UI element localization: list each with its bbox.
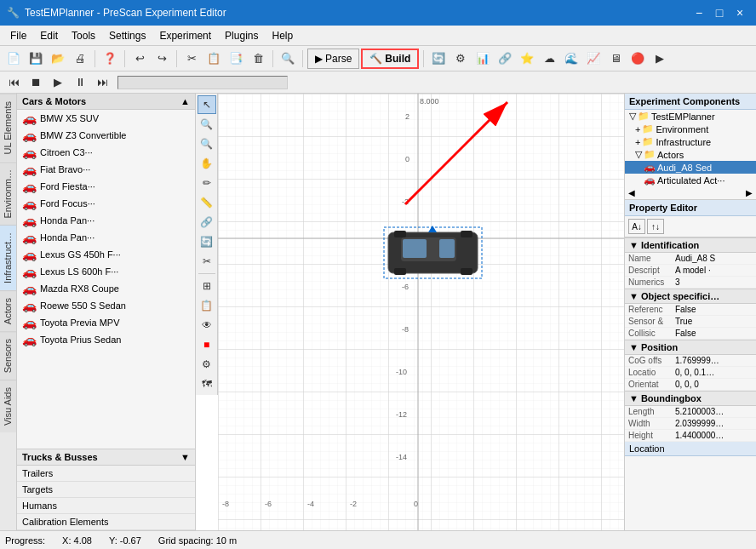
grid-tool[interactable]: ⊞ [198,277,216,295]
prop-tool[interactable]: ⚙ [198,355,216,374]
progress-slider[interactable] [117,76,288,89]
menu-tools[interactable]: Tools [65,28,102,43]
list-item[interactable]: 🚗 Toyota Prius Sedan [17,331,195,348]
list-item[interactable]: 🚗 BMW Z3 Convertible [17,127,195,144]
tab-infrastructure[interactable]: Infrastruct… [0,225,16,290]
tree-item-root[interactable]: ▽ 📁 TestEMPlanner [625,110,756,123]
extra-btn6[interactable]: ☁ [539,49,559,69]
tab-ul-elements[interactable]: UL Elements [0,94,16,162]
extra-btn4[interactable]: 🔗 [495,49,515,69]
extra-btn3[interactable]: 📊 [472,49,493,69]
copy-button[interactable]: 📋 [203,49,224,69]
canvas-grid[interactable]: 8.000 2 0 -2 -4 -6 -8 -10 -12 -14 -8 -6 … [218,94,624,530]
menu-help[interactable]: Help [265,28,300,43]
category-calibration[interactable]: Calibration Elements [17,514,195,530]
print-button[interactable]: 🖨 [70,49,90,69]
measure-tool[interactable]: 📏 [198,193,216,212]
undo-button[interactable]: ↩ [129,49,150,69]
list-item[interactable]: 🚗 Toyota Previa MPV [17,314,195,331]
tree-item-infrastructure[interactable]: + 📁 Infrastructure [625,135,756,148]
tree-item-articulated[interactable]: 🚗 Articulated Act··· [625,174,756,186]
zoom-out-tool[interactable]: 🔍 [198,134,216,153]
extra-btn5[interactable]: ⭐ [517,49,537,69]
prop-section-bounding[interactable]: ▼ Boundingbox [625,391,756,406]
category-humans[interactable]: Humans [17,498,195,514]
extra-btn9[interactable]: 🖥 [605,49,626,69]
tab-actors[interactable]: Actors [0,290,16,331]
draw-tool[interactable]: ✏ [198,174,216,192]
prop-section-position[interactable]: ▼ Position [625,340,756,355]
select-tool[interactable]: ↖ [198,95,216,114]
prop-section-location[interactable]: Location [625,442,756,456]
redo-button[interactable]: ↪ [152,49,172,69]
extra-btn2[interactable]: ⚙ [450,49,471,69]
open-button[interactable]: 📂 [48,49,68,69]
category-targets[interactable]: Targets [17,482,195,498]
maximize-button[interactable]: □ [710,3,729,22]
playfwd-button[interactable]: ▶ [48,72,68,93]
layer-tool[interactable]: 📋 [198,296,216,315]
extra-btn10[interactable]: 🔴 [627,49,648,69]
extra-btn11[interactable]: ▶ [650,49,670,69]
list-item[interactable]: 🚗 Citroen C3··· [17,144,195,161]
search-button[interactable]: 🔍 [278,49,298,69]
save-button[interactable]: 💾 [26,49,46,69]
sort-alpha-btn[interactable]: A↓ [628,219,645,234]
canvas-area[interactable]: ↖ 🔍 🔍 ✋ ✏ 📏 🔗 🔄 ✂ ⊞ 📋 👁 ■ ⚙ 🗺 [196,94,624,530]
menu-file[interactable]: File [3,28,33,43]
tab-environment[interactable]: Environm… [0,162,16,225]
tab-sensors[interactable]: Sensors [0,331,16,380]
list-item[interactable]: 🚗 Lexus GS 450h F··· [17,246,195,263]
list-item[interactable]: 🚗 Ford Focus··· [17,195,195,212]
stop-button[interactable]: ⏹ [26,72,46,93]
list-item[interactable]: 🚗 Lexus LS 600h F··· [17,263,195,280]
paste-button[interactable]: 📑 [226,49,246,69]
tab-visu-aids[interactable]: Visu Aids [0,380,16,432]
tree-item-environment[interactable]: + 📁 Environment [625,123,756,135]
side-panel-scroll-up[interactable]: ▲ [180,96,190,106]
delete-button[interactable]: 🗑 [248,49,268,69]
minimize-button[interactable]: − [690,3,708,22]
new-button[interactable]: 📄 [3,49,24,69]
menu-edit[interactable]: Edit [33,28,65,43]
scroll-left-btn[interactable]: ◀ [628,188,635,197]
rotate-tool[interactable]: 🔄 [198,232,216,251]
view-tool[interactable]: 👁 [198,316,216,335]
list-item[interactable]: 🚗 Honda Pan··· [17,212,195,229]
play-button[interactable]: ⏮ [3,72,24,93]
prop-section-identification[interactable]: ▼ Identification [625,237,756,253]
list-item[interactable]: 🚗 Mazda RX8 Coupe [17,280,195,297]
delete-canvas-tool[interactable]: ✂ [198,252,216,271]
color-tool[interactable]: ■ [198,335,216,354]
menu-experiment[interactable]: Experiment [152,28,218,43]
cut-button[interactable]: ✂ [181,49,202,69]
sort-btn[interactable]: ↑↓ [647,219,664,234]
prop-section-object[interactable]: ▼ Object specifici… [625,289,756,304]
list-item[interactable]: 🚗 Fiat Bravo··· [17,161,195,178]
pan-tool[interactable]: ✋ [198,154,216,173]
tree-item-actors[interactable]: ▽ 📁 Actors [625,148,756,161]
tree-item-audi[interactable]: 🚗 Audi_A8 Sed [625,161,756,174]
extra-btn7[interactable]: 🌊 [561,49,581,69]
parse-button[interactable]: ▶ Parse [307,49,359,69]
list-item[interactable]: 🚗 Roewe 550 S Sedan [17,297,195,314]
close-button[interactable]: × [730,3,749,22]
category-trucks[interactable]: Trucks & Busses ▼ [17,449,195,466]
category-trailers[interactable]: Trailers [17,466,195,482]
scroll-right-btn[interactable]: ▶ [746,188,753,197]
build-button[interactable]: 🔨 Build [361,49,419,69]
list-item[interactable]: 🚗 Honda Pan··· [17,229,195,246]
menu-settings[interactable]: Settings [102,28,152,43]
side-panel-list[interactable]: 🚗 BMW X5 SUV 🚗 BMW Z3 Convertible 🚗 Citr… [17,110,195,449]
extra-canvas-tool[interactable]: 🗺 [198,375,216,393]
list-item[interactable]: 🚗 Ford Fiesta··· [17,178,195,195]
extra-btn8[interactable]: 📈 [583,49,604,69]
list-item[interactable]: 🚗 BMW X5 SUV [17,110,195,127]
help-button[interactable]: ❓ [100,49,120,69]
extra-btn1[interactable]: 🔄 [428,49,449,69]
menu-plugins[interactable]: Plugins [218,28,265,43]
zoom-in-tool[interactable]: 🔍 [198,115,216,134]
pause-button[interactable]: ⏸ [70,72,90,93]
skipfwd-button[interactable]: ⏭ [92,72,112,93]
snap-tool[interactable]: 🔗 [198,213,216,232]
